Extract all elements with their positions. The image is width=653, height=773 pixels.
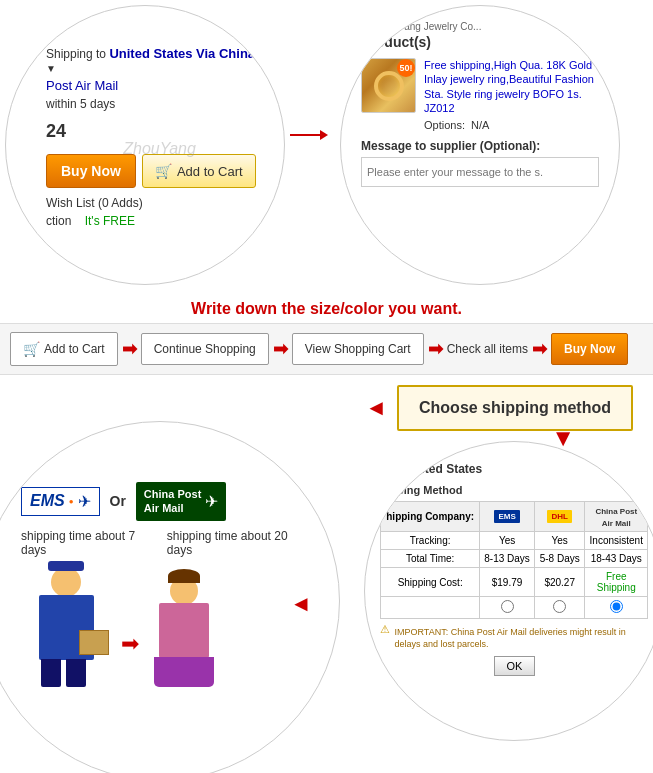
ems-dot: ● xyxy=(69,497,74,506)
step-arrow-2: ➡ xyxy=(273,338,288,360)
product-title[interactable]: Free shipping,High Qua. 18K Gold Inlay j… xyxy=(424,58,599,115)
radio-ems[interactable] xyxy=(479,597,534,619)
down-arrow-icon: ▼ xyxy=(551,424,575,451)
wish-list-line: Wish List (0 Adds) xyxy=(46,196,264,210)
cost-row: Shipping Cost: $19.79 $20.27 FreeShippin… xyxy=(381,568,648,597)
radio-label xyxy=(381,597,479,619)
united-states-text: United States xyxy=(405,462,482,476)
left-circle: Shipping to United States Via China ▼ Po… xyxy=(5,5,285,285)
cost-ems: $19.79 xyxy=(479,568,534,597)
step-buy-now-button[interactable]: Buy Now xyxy=(551,333,628,365)
product-row: 50! Free shipping,High Qua. 18K Gold Inl… xyxy=(361,58,599,131)
bottom-section: ▼ EMS ● ✈ Or China PostAir Mail ✈ xyxy=(0,441,653,751)
woman-skirt xyxy=(154,657,214,687)
center-connecting-arrow xyxy=(290,130,350,140)
tracking-label: Tracking: xyxy=(381,532,479,550)
united-states-header: United States xyxy=(380,462,648,476)
message-label: Message to supplier (Optional): xyxy=(361,139,599,153)
left-bottom-circle: EMS ● ✈ Or China PostAir Mail ✈ shipping… xyxy=(0,421,340,773)
col-chinapost: China PostAir Mail xyxy=(585,502,648,532)
arrow-line xyxy=(290,134,320,136)
radio-dhl-input[interactable] xyxy=(553,600,566,613)
right-circle-container: er: ZhuoYang Jewelry Co... Product(s) 50… xyxy=(320,0,640,290)
check-items-text: Check all items xyxy=(447,342,528,356)
post-mail-link[interactable]: Post Air Mail xyxy=(46,78,118,93)
right-bottom-circle-container: United States hipping Method hipping Com… xyxy=(354,441,653,751)
time-label: Total Time: xyxy=(381,550,479,568)
dropdown-icon[interactable]: ▼ xyxy=(46,63,56,74)
chinapost-text: China PostAir Mail xyxy=(144,487,201,516)
col-ems: EMS xyxy=(479,502,534,532)
ems-logo-small: EMS xyxy=(494,510,519,523)
delivery-scene: ➡ xyxy=(21,567,309,687)
shipping-times: shipping time about 7 days shipping time… xyxy=(21,529,309,557)
shipping-method-label: hipping Method xyxy=(380,484,648,496)
chinapost-col-label: China PostAir Mail xyxy=(595,507,637,528)
step-cart-icon: 🛒 xyxy=(23,341,40,357)
ems-plane-icon: ✈ xyxy=(78,492,91,511)
shipping-table: hipping Company: EMS DHL China PostAir M… xyxy=(380,501,648,619)
chinapost-time: shipping time about 20 days xyxy=(167,529,309,557)
view-cart-button[interactable]: View Shopping Cart xyxy=(292,333,424,365)
ems-banner: EMS ● ✈ xyxy=(21,487,100,516)
cost-chinapost: FreeShipping xyxy=(585,568,648,597)
tracking-row: Tracking: Yes Yes Inconsistent xyxy=(381,532,648,550)
shipping-location-link[interactable]: United States Via China xyxy=(109,46,255,61)
products-header: Product(s) xyxy=(361,34,599,50)
col-dhl: DHL xyxy=(535,502,585,532)
left-red-arrow-icon: ◄ xyxy=(290,591,312,617)
woman-figure xyxy=(149,577,219,687)
shipping-line: Shipping to United States Via China ▼ xyxy=(46,46,264,75)
woman-body xyxy=(159,603,209,658)
important-note-text: IMPORTANT: China Post Air Mail deliverie… xyxy=(394,627,648,650)
product-options: Options: N/A xyxy=(424,119,599,131)
price-display: 24 xyxy=(46,121,264,142)
or-text: Or xyxy=(110,493,126,509)
ems-text: EMS xyxy=(30,492,65,510)
choose-shipping-box: Choose shipping method xyxy=(397,385,633,431)
steps-section: 🛒 Add to Cart ➡ Continue Shopping ➡ View… xyxy=(0,323,653,375)
radio-chinapost[interactable] xyxy=(585,597,648,619)
radio-chinapost-input[interactable] xyxy=(610,600,623,613)
store-label: er: ZhuoYang Jewelry Co... xyxy=(361,21,599,32)
us-flag-icon xyxy=(380,462,400,476)
step-add-to-cart-button[interactable]: 🛒 Add to Cart xyxy=(10,332,118,366)
arrow-head xyxy=(320,130,328,140)
continue-shopping-button[interactable]: Continue Shopping xyxy=(141,333,269,365)
deliver-line: within 5 days xyxy=(46,97,264,111)
buy-now-button[interactable]: Buy Now xyxy=(46,154,136,188)
col-company: hipping Company: xyxy=(381,502,479,532)
delivery-arrow-icon: ➡ xyxy=(121,631,139,657)
top-section: Shipping to United States Via China ▼ Po… xyxy=(0,0,653,290)
time-dhl: 5-8 Days xyxy=(535,550,585,568)
product-thumbnail: 50! xyxy=(361,58,416,113)
warning-icon: ⚠ xyxy=(380,623,390,636)
protection-line: ction It's FREE xyxy=(46,214,264,228)
ring-shape xyxy=(374,71,404,101)
step-arrow-1: ➡ xyxy=(122,338,137,360)
man-head xyxy=(51,567,81,597)
write-down-section: Write down the size/color you want. xyxy=(0,290,653,323)
man-body xyxy=(39,595,94,660)
man-package xyxy=(79,630,109,655)
time-ems: 8-13 Days xyxy=(479,550,534,568)
shipping-to-label: Shipping to xyxy=(46,47,106,61)
shipping-left-arrow-icon: ◄ xyxy=(365,395,387,421)
down-arrow-container: ▼ xyxy=(551,426,575,450)
radio-dhl[interactable] xyxy=(535,597,585,619)
right-circle: er: ZhuoYang Jewelry Co... Product(s) 50… xyxy=(340,5,620,285)
page-container: Shipping to United States Via China ▼ Po… xyxy=(0,0,653,751)
radio-ems-input[interactable] xyxy=(501,600,514,613)
message-input[interactable] xyxy=(361,157,599,187)
leg-left xyxy=(41,659,61,687)
dhl-logo: DHL xyxy=(547,510,571,523)
man-hat xyxy=(48,561,84,571)
write-down-text: Write down the size/color you want. xyxy=(191,300,462,317)
step-arrow-4: ➡ xyxy=(532,338,547,360)
ok-button[interactable]: OK xyxy=(494,656,536,676)
chinapost-plane-icon: ✈ xyxy=(205,492,218,511)
ems-row: EMS ● ✈ Or China PostAir Mail ✈ xyxy=(21,482,309,521)
left-circle-container: Shipping to United States Via China ▼ Po… xyxy=(0,0,320,290)
add-to-cart-button[interactable]: 🛒 Add to Cart xyxy=(142,154,256,188)
cost-label: Shipping Cost: xyxy=(381,568,479,597)
